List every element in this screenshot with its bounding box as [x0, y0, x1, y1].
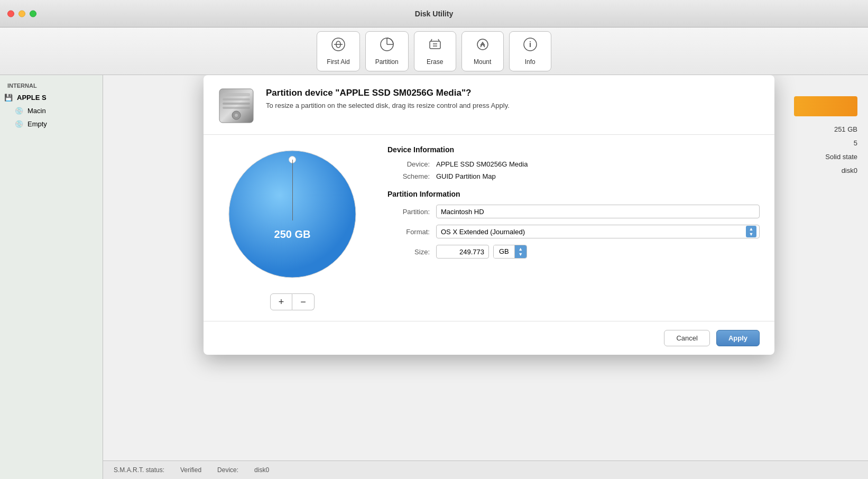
format-row: Format: OS X Extended (Journaled) OS X E…	[387, 225, 760, 238]
right-panel: 251 GB 5 Solid state disk0 S.M.A.R.T. st…	[103, 75, 868, 479]
first-aid-label: First Aid	[327, 58, 349, 66]
partition-button[interactable]: Partition	[365, 31, 409, 71]
dialog-body: 250 GB + − Device Information	[204, 135, 774, 321]
info-button[interactable]: i Info	[509, 31, 551, 71]
sidebar-item-empty[interactable]: 💿 Empty	[0, 117, 103, 131]
pie-area: 250 GB + −	[218, 145, 366, 310]
device-value: APPLE SSD SM0256G Media	[436, 160, 528, 168]
pie-chart-container: 250 GB	[224, 145, 361, 283]
device-field: Device: APPLE SSD SM0256G Media	[387, 160, 760, 168]
format-field-label: Format:	[387, 228, 430, 236]
remove-partition-button[interactable]: −	[292, 293, 315, 310]
svg-point-19	[235, 114, 238, 117]
info-panel: Device Information Device: APPLE SSD SM0…	[387, 145, 760, 310]
svg-rect-14	[223, 93, 250, 96]
pie-buttons: + −	[270, 293, 315, 310]
dialog-header: Partition device "APPLE SSD SM0256G Medi…	[204, 75, 774, 135]
maximize-button[interactable]	[30, 10, 36, 17]
dialog-overlay: Partition device "APPLE SSD SM0256G Medi…	[198, 75, 868, 479]
dialog-footer: Cancel Apply	[204, 321, 774, 355]
erase-button[interactable]: Erase	[414, 31, 456, 71]
sidebar-item-apple-ssd[interactable]: 💾 APPLE S	[0, 91, 103, 104]
svg-text:i: i	[529, 40, 531, 49]
info-label: Info	[525, 58, 535, 66]
info-icon: i	[523, 37, 538, 55]
mount-label: Mount	[474, 58, 491, 66]
close-button[interactable]	[7, 10, 14, 17]
erase-icon	[428, 37, 442, 55]
window-title: Disk Utility	[415, 10, 453, 18]
erase-label: Erase	[427, 58, 443, 66]
sidebar-section-internal: Internal	[0, 80, 103, 91]
partition-icon	[380, 37, 394, 55]
first-aid-icon	[331, 37, 346, 55]
partition-name-input[interactable]	[436, 205, 760, 218]
svg-rect-17	[223, 107, 250, 109]
dialog-header-text: Partition device "APPLE SSD SM0256G Medi…	[266, 88, 510, 109]
scheme-label: Scheme:	[387, 172, 430, 180]
hdd-icon: 💾	[4, 94, 13, 102]
mount-icon	[475, 37, 490, 55]
traffic-lights	[7, 10, 36, 17]
sidebar: Internal 💾 APPLE S 💿 Macin 💿 Empty	[0, 75, 103, 479]
partition-field-label: Partition:	[387, 208, 430, 216]
minimize-button[interactable]	[19, 10, 25, 17]
first-aid-button[interactable]: First Aid	[317, 31, 359, 71]
partition-empty-icon: 💿	[15, 120, 23, 128]
unit-arrows[interactable]: ▲ ▼	[515, 245, 527, 259]
cancel-button[interactable]: Cancel	[664, 330, 709, 346]
partition-info-title: Partition Information	[387, 190, 760, 198]
partition-label: Partition	[375, 58, 399, 66]
smart-status-label: S.M.A.R.T. status:	[114, 466, 164, 474]
size-field-label: Size:	[387, 248, 430, 256]
partition-icon: 💿	[15, 107, 23, 115]
disk-image	[218, 88, 255, 125]
scheme-value: GUID Partition Map	[436, 172, 496, 180]
size-row: Size: GB ▲ ▼	[387, 245, 760, 259]
partition-name-row: Partition:	[387, 205, 760, 218]
unit-label: GB	[494, 245, 515, 259]
svg-text:250 GB: 250 GB	[274, 228, 311, 240]
sidebar-item-macintosh-hd[interactable]: 💿 Macin	[0, 104, 103, 117]
format-select[interactable]: OS X Extended (Journaled) OS X Extended …	[436, 225, 760, 238]
size-controls: GB ▲ ▼	[436, 245, 527, 259]
unit-selector: GB ▲ ▼	[493, 245, 527, 259]
svg-rect-5	[430, 41, 440, 49]
device-label: Device:	[387, 160, 430, 168]
size-input[interactable]	[436, 245, 489, 259]
partition-dialog: Partition device "APPLE SSD SM0256G Medi…	[204, 75, 774, 355]
apply-button[interactable]: Apply	[716, 330, 760, 346]
scheme-field: Scheme: GUID Partition Map	[387, 172, 760, 180]
toolbar: First Aid Partition Erase	[0, 27, 868, 75]
dialog-title: Partition device "APPLE SSD SM0256G Medi…	[266, 88, 510, 98]
main-content: Internal 💾 APPLE S 💿 Macin 💿 Empty 251 G…	[0, 75, 868, 479]
dialog-subtitle: To resize a partition on the selected di…	[266, 102, 510, 109]
add-partition-button[interactable]: +	[270, 293, 292, 310]
format-select-wrapper: OS X Extended (Journaled) OS X Extended …	[436, 225, 760, 238]
pie-handle-line	[292, 160, 293, 220]
mount-button[interactable]: Mount	[461, 31, 504, 71]
svg-rect-16	[223, 103, 250, 105]
title-bar: Disk Utility	[0, 0, 868, 27]
device-info-title: Device Information	[387, 145, 760, 154]
svg-rect-15	[223, 98, 250, 100]
